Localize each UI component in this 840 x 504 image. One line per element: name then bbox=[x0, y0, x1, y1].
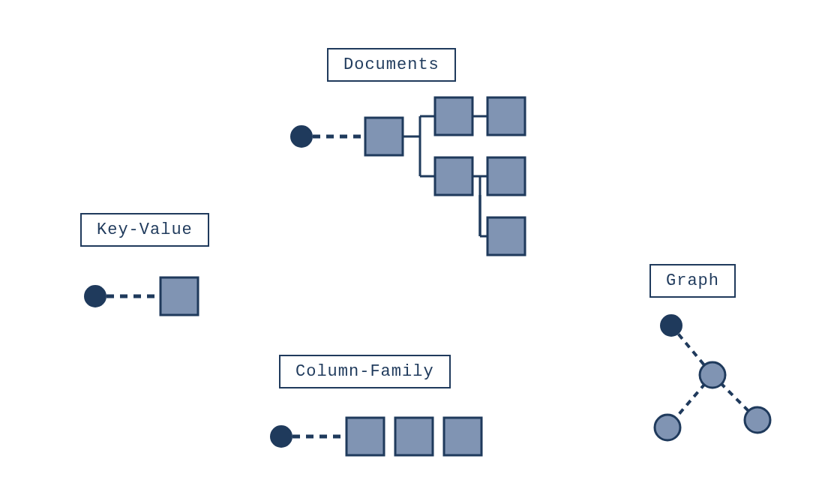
graph-root-node bbox=[660, 314, 682, 337]
graph-node-left bbox=[655, 415, 680, 440]
graph-diagram bbox=[0, 0, 840, 504]
graph-node-center bbox=[700, 362, 725, 388]
graph-node-right bbox=[745, 407, 770, 433]
diagram-container: Documents bbox=[0, 0, 840, 504]
